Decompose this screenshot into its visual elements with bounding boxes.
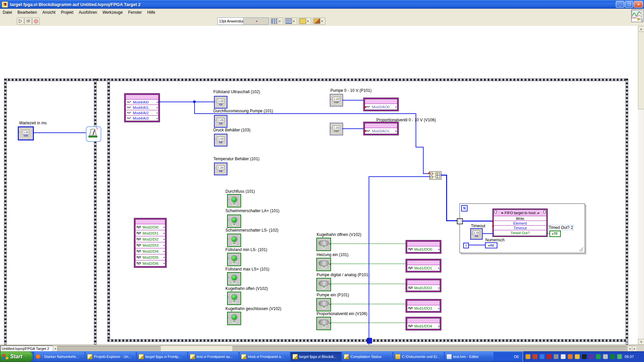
title-bar[interactable]: target fpga.vi Blockdiagramm auf Untitle… <box>0 0 644 9</box>
taskbar-task[interactable]: Compilation Status <box>342 352 392 361</box>
digital-input-node-mod2[interactable]: Mod2/DI0 Mod2/DI1 Mod2/DI2 Mod2/DI3 Mod2… <box>135 219 165 266</box>
horizontal-scrollbar-track[interactable] <box>57 346 627 351</box>
indicator-value: 1.23 <box>217 99 224 103</box>
tray-icon[interactable] <box>617 354 622 359</box>
taskbar-task[interactable]: C:\Dokumente und Ei... <box>393 352 444 361</box>
resize-objects-dropdown[interactable] <box>299 17 311 25</box>
led-indicator[interactable]: TF <box>227 272 241 286</box>
block-diagram[interactable]: Wartezeit in ms 1.23 U32 i Mod4/AI0 Mod4… <box>0 26 638 345</box>
loop-count-terminal[interactable]: N <box>461 205 468 212</box>
tray-icon[interactable] <box>533 354 537 359</box>
menu-hilfe[interactable]: Hilfe <box>145 9 158 15</box>
numeric-indicator[interactable]: 1.23 I16 <box>214 115 227 128</box>
wait-ms-icon[interactable] <box>86 126 101 142</box>
menu-fenster[interactable]: Fenster <box>125 9 145 15</box>
tray-icon[interactable] <box>610 354 615 359</box>
tray-icon[interactable] <box>526 354 530 359</box>
wait-control-value[interactable]: 1.23 <box>22 130 30 134</box>
iteration-terminal[interactable]: i <box>463 243 469 248</box>
tray-icon[interactable] <box>582 354 587 359</box>
numeric-indicator[interactable]: 1.23 I16 <box>214 163 227 175</box>
control-value[interactable]: 1.23 <box>333 126 340 130</box>
run-button[interactable] <box>17 17 24 25</box>
digital-output-node[interactable]: Mod1/DO4 <box>407 318 440 329</box>
tray-icon[interactable] <box>568 354 573 359</box>
start-flag-icon <box>3 354 9 360</box>
boolean-wire <box>546 233 549 234</box>
wire <box>483 233 493 234</box>
vertical-scrollbar-thumb[interactable] <box>638 32 644 109</box>
tray-icon[interactable] <box>547 354 551 359</box>
wait-ms-control[interactable]: 1.23 U32 <box>18 126 34 140</box>
run-continuous-button[interactable] <box>24 17 32 25</box>
taskbar-task[interactable]: Host.vi Frontpanel a... <box>239 352 290 361</box>
taskbar-task[interactable]: : Starker Nahverkehr... <box>34 352 85 361</box>
switch-control[interactable]: TF <box>316 238 331 251</box>
fxp-control[interactable]: 1.23 FXP <box>330 94 343 107</box>
distribute-objects-dropdown[interactable] <box>284 17 297 25</box>
menu-ansicht[interactable]: Ansicht <box>40 9 58 15</box>
tray-icon[interactable] <box>603 354 608 359</box>
menu-projekt[interactable]: Projekt <box>58 9 76 15</box>
timeout-control[interactable]: 1.23 I16 <box>470 228 483 240</box>
abort-button[interactable] <box>32 17 40 25</box>
taskbar-task[interactable]: target fpga.vi Frontp... <box>137 352 187 361</box>
build-array-icon[interactable] <box>429 171 441 180</box>
close-button[interactable]: ✕ <box>634 1 643 8</box>
led-indicator[interactable]: TF <box>227 312 241 325</box>
menu-ausfuehren[interactable]: Ausführen <box>76 9 100 15</box>
timed-out-label[interactable]: Timed Out? 2 <box>549 225 573 230</box>
fifo-write-node[interactable]: ▪▸ FIFO target to host ⫠▸ Write Element … <box>493 209 547 236</box>
switch-control[interactable]: TF <box>316 317 331 330</box>
analog-output-node-mod3ao0[interactable]: Mod3/AO0 <box>365 99 397 110</box>
numeric-indicator[interactable]: 1.23 I16 <box>214 134 227 146</box>
taskbar-task[interactable]: Projekt-Explorer - Un... <box>86 352 136 361</box>
main-loop-border-left <box>107 78 110 342</box>
io-node-header <box>126 95 158 100</box>
font-selector[interactable]: 13pt Anwendungsschriftart <box>217 17 269 25</box>
taskbar-task-active[interactable]: target fpga.vi Blockdi... <box>291 352 341 361</box>
menu-datei[interactable]: Datei <box>0 9 15 15</box>
led-indicator[interactable]: TF <box>227 292 241 305</box>
digital-output-node[interactable]: Mod1/DO1 <box>407 260 440 271</box>
tray-icon[interactable] <box>540 354 544 359</box>
switch-control[interactable]: TF <box>316 258 331 271</box>
digital-output-node[interactable]: Mod1/DO2 <box>407 280 440 291</box>
reorder-dropdown[interactable] <box>313 17 325 25</box>
loop-tunnel[interactable] <box>367 338 372 344</box>
target-tab[interactable]: Untitled.lvproj/FPGA Target 2 <box>0 346 54 352</box>
analog-input-node-mod4[interactable]: Mod4/AI0 Mod4/AI1 Mod4/AI2 Mod4/AI3 <box>125 95 159 121</box>
led-indicator[interactable]: TF <box>227 215 241 228</box>
led-indicator[interactable]: TF <box>227 234 241 247</box>
i32-indicator[interactable]: ▸ I32 <box>485 242 497 248</box>
timed-out-indicator[interactable]: ▸ TF <box>549 231 561 237</box>
resize-corner-icon[interactable] <box>579 247 584 252</box>
switch-control[interactable]: TF <box>316 278 331 291</box>
restore-button[interactable]: ❐ <box>625 1 633 8</box>
chevron-down-icon <box>243 18 269 24</box>
taskbar-task[interactable]: test.vi Frontpanel au... <box>188 352 238 361</box>
led-label: Durchfluss (101) <box>225 189 255 194</box>
numeric-indicator[interactable]: 1.23 I16 <box>214 96 227 109</box>
start-button[interactable]: Start <box>0 351 33 362</box>
digital-output-node[interactable]: Mod1/DO0 <box>407 241 440 252</box>
taskbar-task[interactable]: test.lvm - Editor <box>445 352 493 361</box>
vi-icon[interactable]: 2 <box>631 9 643 22</box>
tray-icon[interactable] <box>589 354 594 359</box>
led-indicator[interactable]: TF <box>227 194 241 207</box>
menu-bearbeiten[interactable]: Bearbeiten <box>15 9 40 15</box>
led-indicator[interactable]: TF <box>227 253 241 266</box>
analog-output-node-mod3ao1[interactable]: Mod3/AO1 <box>365 123 397 134</box>
tray-icon[interactable] <box>561 354 566 359</box>
language-indicator[interactable]: DE <box>513 353 521 360</box>
control-value[interactable]: 1.23 <box>333 97 340 101</box>
menu-werkzeuge[interactable]: Werkzeuge <box>100 9 125 15</box>
timeout-value[interactable]: 1.23 <box>473 231 480 235</box>
switch-control[interactable]: TF <box>316 298 331 311</box>
align-objects-dropdown[interactable] <box>270 17 283 25</box>
digital-output-node[interactable]: Mod1/DO3 <box>407 300 440 311</box>
tray-icon[interactable] <box>596 354 601 359</box>
minimize-button[interactable]: _ <box>616 1 624 8</box>
tray-icon[interactable] <box>554 354 558 359</box>
tray-icon[interactable] <box>575 354 580 359</box>
